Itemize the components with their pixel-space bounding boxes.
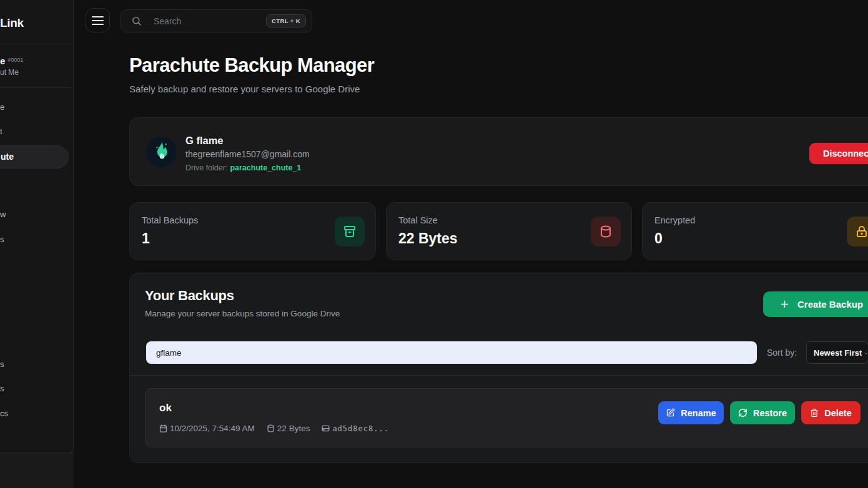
sidebar-item-fragment[interactable]: s — [0, 384, 4, 393]
page-subtitle: Safely backup and restore your servers t… — [129, 84, 360, 94]
stat-value: 0 — [654, 230, 663, 247]
sidebar-profile-subtitle: ut Me — [0, 68, 19, 77]
sidebar-item-fragment[interactable]: s — [0, 359, 4, 369]
app-logo[interactable]: Link — [0, 16, 24, 30]
rename-button[interactable]: Rename — [658, 401, 724, 424]
delete-label: Delete — [824, 408, 852, 418]
hard-drive-icon — [321, 424, 330, 433]
database-icon — [266, 424, 275, 433]
database-icon — [591, 217, 621, 246]
sidebar-item-fragment[interactable]: w — [0, 210, 6, 219]
account-email: thegreenflame1507@gmail.com — [185, 149, 310, 159]
backup-name: ok — [159, 402, 172, 414]
backup-size: 22 Bytes — [266, 424, 310, 433]
backup-created-text: 10/2/2025, 7:54:49 AM — [170, 424, 255, 433]
stat-card-total-backups: Total Backups 1 — [129, 202, 376, 260]
backup-filter-input[interactable] — [146, 341, 757, 364]
stat-value: 1 — [142, 230, 150, 247]
backups-subtitle: Manage your server backups stored in Goo… — [145, 309, 340, 318]
rename-label: Rename — [681, 408, 716, 418]
restore-label: Restore — [753, 408, 787, 418]
disconnect-button[interactable]: Disconnect — [809, 143, 868, 164]
avatar — [146, 137, 177, 167]
drive-folder-row: Drive folder:parachute_chute_1 — [185, 163, 301, 172]
create-backup-label: Create Backup — [797, 299, 863, 310]
backup-id-text: ad5d8ec8... — [332, 424, 388, 433]
sidebar-item-fragment[interactable]: s — [0, 235, 4, 244]
sidebar: Link e#0001 ut Me e t ute w s s s cs — [0, 0, 74, 488]
stat-card-total-size: Total Size 22 Bytes — [386, 202, 632, 260]
sidebar-item-active-label: ute — [1, 152, 14, 162]
backup-created: 10/2/2025, 7:54:49 AM — [159, 424, 255, 433]
stat-label: Encrypted — [654, 215, 695, 225]
divider — [130, 375, 868, 376]
calendar-icon — [159, 424, 168, 433]
backups-title: Your Backups — [145, 288, 234, 304]
sidebar-item-fragment[interactable]: t — [0, 127, 2, 136]
archive-icon — [335, 217, 365, 246]
sort-select[interactable]: Newest First — [806, 341, 868, 364]
sidebar-footer — [0, 452, 74, 488]
drive-folder-link[interactable]: parachute_chute_1 — [230, 163, 301, 172]
sort-by-label: Sort by: — [767, 348, 797, 358]
sidebar-item-fragment[interactable]: e — [0, 102, 4, 112]
create-backup-button[interactable]: Create Backup — [763, 291, 868, 317]
global-search[interactable]: CTRL + K — [121, 9, 312, 32]
profile-tag: #0001 — [7, 57, 23, 63]
hamburger-icon — [92, 16, 104, 17]
sidebar-profile-name: e#0001 — [0, 56, 23, 66]
sort-selected-value: Newest First — [814, 348, 862, 358]
global-search-input[interactable] — [154, 16, 266, 26]
edit-icon — [666, 408, 675, 417]
chevron-down-icon — [864, 349, 868, 358]
sidebar-item-active[interactable]: ute — [0, 145, 69, 168]
page-title: Parachute Backup Manager — [129, 54, 374, 77]
drive-folder-label: Drive folder: — [185, 163, 227, 172]
backups-panel: Your Backups Manage your server backups … — [129, 273, 868, 463]
divider — [0, 44, 74, 44]
backup-size-text: 22 Bytes — [277, 424, 310, 433]
divider — [0, 87, 74, 88]
plus-icon — [779, 299, 790, 310]
backup-meta-row: 10/2/2025, 7:54:49 AM 22 Bytes ad5d8ec8.… — [159, 424, 389, 433]
lock-icon — [847, 217, 868, 246]
profile-name-fragment: e — [0, 56, 5, 66]
sidebar-item-fragment[interactable]: cs — [0, 409, 8, 418]
search-icon — [131, 16, 142, 26]
stat-label: Total Backups — [142, 215, 198, 225]
shortcut-badge: CTRL + K — [266, 14, 306, 27]
refresh-icon — [738, 408, 747, 417]
trash-icon — [810, 408, 819, 417]
menu-toggle-button[interactable] — [86, 8, 110, 32]
delete-button[interactable]: Delete — [801, 401, 861, 424]
stat-label: Total Size — [398, 215, 438, 225]
account-name: G flame — [185, 135, 224, 147]
account-card: G flame thegreenflame1507@gmail.com Driv… — [129, 117, 868, 186]
restore-button[interactable]: Restore — [730, 401, 795, 424]
stat-value: 22 Bytes — [398, 230, 458, 247]
flame-avatar-icon — [146, 137, 177, 167]
backup-id: ad5d8ec8... — [321, 424, 388, 433]
backup-item: ok 10/2/2025, 7:54:49 AM 22 Bytes ad5d8e… — [145, 388, 868, 447]
stat-card-encrypted: Encrypted 0 — [642, 202, 868, 260]
